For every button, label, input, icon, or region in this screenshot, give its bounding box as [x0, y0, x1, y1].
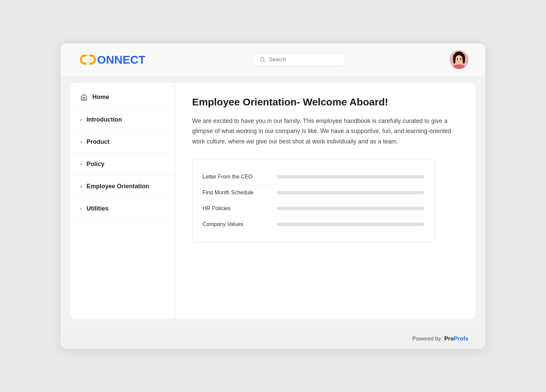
avatar[interactable]: [450, 50, 468, 69]
svg-point-10: [453, 54, 456, 64]
sidebar-item-home[interactable]: Home: [71, 86, 175, 109]
sidebar-home-label: Home: [92, 94, 109, 101]
svg-text:ONNECT: ONNECT: [97, 53, 146, 66]
avatar-image: [450, 50, 468, 69]
main-area: Home › Introduction › Product › Policy: [61, 76, 485, 329]
svg-point-14: [455, 60, 457, 61]
toc-label-hr: HR Policies: [203, 205, 277, 211]
footer: Powered by: ProProfs: [61, 329, 485, 349]
chevron-product-icon: ›: [80, 139, 82, 144]
home-icon: [80, 94, 88, 101]
toc-label-values: Company Values: [203, 221, 277, 227]
toc-bar-values: [277, 223, 424, 226]
toc-label-schedule: First Month Schedule: [203, 190, 277, 196]
toc-row-hr[interactable]: HR Policies: [203, 201, 424, 217]
content-area: Employee Orientation- Welcome Aboard! We…: [175, 83, 475, 319]
brand-name: ProProfs: [444, 335, 468, 342]
sidebar-item-policy[interactable]: › Policy: [71, 153, 175, 175]
main-card: Home › Introduction › Product › Policy: [71, 83, 475, 319]
toc-bar-schedule: [277, 191, 424, 194]
svg-line-5: [264, 61, 265, 62]
toc-row-ceo[interactable]: Letter From the CEO: [203, 169, 424, 185]
toc-row-schedule[interactable]: First Month Schedule: [203, 185, 424, 201]
toc-row-values[interactable]: Company Values: [203, 217, 424, 232]
search-icon: [260, 57, 266, 63]
search-input[interactable]: [269, 57, 338, 63]
search-bar[interactable]: [252, 53, 346, 66]
sidebar-introduction-label: Introduction: [87, 116, 122, 123]
chevron-utilities-icon: ›: [80, 206, 82, 211]
svg-point-11: [462, 54, 465, 64]
sidebar-item-employee-orientation[interactable]: › Employee Orientation: [71, 175, 175, 198]
sidebar-item-product[interactable]: › Product: [71, 131, 175, 153]
header: ONNECT: [61, 43, 485, 76]
app-wrapper: ONNECT: [61, 43, 485, 349]
sidebar-utilities-label: Utilities: [87, 205, 109, 212]
svg-point-12: [457, 58, 458, 60]
svg-point-13: [460, 58, 461, 60]
brand-pro: Pro: [444, 335, 454, 342]
toc-label-ceo: Letter From the CEO: [203, 174, 277, 180]
svg-point-9: [455, 55, 463, 64]
sidebar-policy-label: Policy: [87, 161, 104, 168]
powered-by: Powered by: ProProfs: [412, 335, 468, 342]
svg-point-15: [461, 60, 463, 61]
logo-svg: ONNECT: [78, 51, 148, 68]
page-title: Employee Orientation- Welcome Aboard!: [192, 96, 458, 108]
sidebar-employee-label: Employee Orientation: [87, 183, 149, 190]
page-description: We are excited to have you in our family…: [192, 116, 458, 147]
powered-by-label: Powered by:: [412, 336, 442, 342]
chevron-introduction-icon: ›: [80, 117, 82, 122]
toc-bar-hr: [277, 207, 424, 210]
svg-rect-2: [86, 56, 90, 64]
sidebar-item-utilities[interactable]: › Utilities: [71, 198, 175, 220]
chevron-policy-icon: ›: [80, 161, 82, 167]
chevron-employee-icon: ›: [80, 184, 82, 189]
logo: ONNECT: [78, 51, 148, 68]
sidebar: Home › Introduction › Product › Policy: [71, 83, 175, 319]
brand-profs: Profs: [454, 335, 468, 342]
sidebar-item-introduction[interactable]: › Introduction: [71, 109, 175, 131]
sidebar-product-label: Product: [87, 138, 110, 145]
toc-bar-ceo: [277, 175, 424, 178]
toc-box: Letter From the CEO First Month Schedule…: [192, 159, 435, 242]
